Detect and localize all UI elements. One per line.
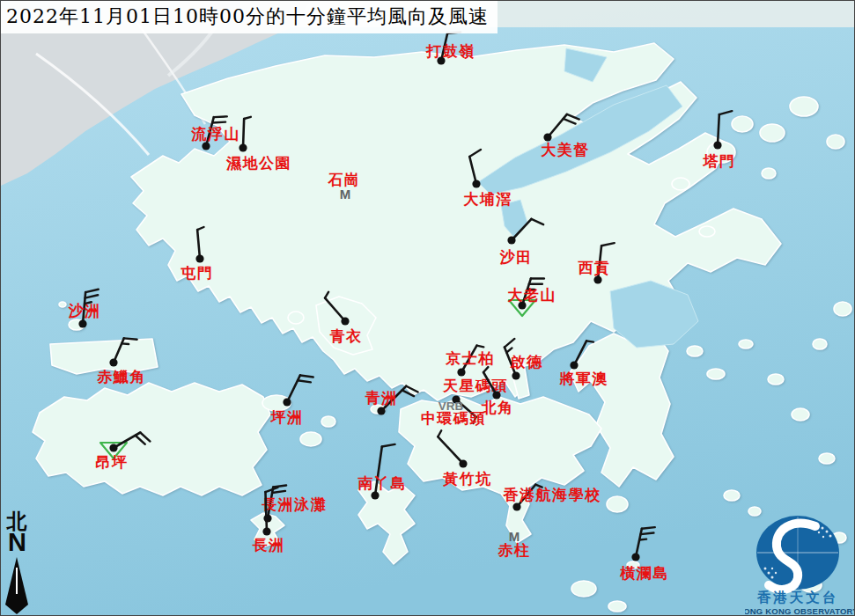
station-label: 石崗 (328, 172, 361, 188)
wind-barb-half (506, 348, 512, 352)
wind-barb-full (85, 295, 99, 297)
map-title: 2022年11月01日10時00分的十分鐘平均風向及風速 (1, 1, 498, 33)
station-label: 京士柏 (445, 350, 495, 367)
station-大老山: 大老山 (507, 279, 556, 316)
north-letter-label: N (3, 530, 31, 555)
wind-barb-staff (243, 119, 244, 148)
station-將軍澳: 將軍澳 (558, 341, 608, 387)
station-dot (459, 459, 467, 467)
wind-barb-full (601, 243, 615, 246)
wind-barb-full (298, 380, 311, 382)
station-label: 赤鱲角 (96, 369, 146, 385)
station-label: 坪洲 (270, 409, 304, 426)
weather-map: 打鼓嶺流浮山濕地公園塔門大美督M石崗大埔滘屯門沙田西貢大老山沙洲赤鱲角青衣坪洲青… (0, 0, 855, 616)
wind-barb-full (272, 491, 285, 493)
station-label: 長洲泳灘 (262, 496, 327, 513)
station-label: 大老山 (507, 287, 556, 304)
wind-barb-half (438, 430, 441, 436)
wind-barb-staff (512, 219, 532, 240)
wind-barb-full (505, 339, 514, 348)
north-arrow-icon (3, 555, 31, 615)
station-label: 北角 (481, 400, 514, 416)
wind-barb-full (642, 527, 655, 529)
station-黃竹坑: 黃竹坑 (438, 430, 491, 488)
station-dot (593, 275, 601, 283)
station-dot (262, 527, 270, 535)
wind-barb-full (300, 375, 313, 377)
wind-barb-half (244, 117, 251, 119)
station-label: 黃竹坑 (442, 470, 492, 488)
station-西貢: 西貢 (578, 243, 615, 284)
wind-barb-half (197, 227, 203, 230)
station-label: 西貢 (578, 260, 611, 276)
hko-logo-icon: 香港天文台 HONG KONG OBSERVATORY (745, 507, 855, 616)
wind-barb-full (273, 485, 286, 487)
station-label: 橫瀾島 (619, 565, 669, 582)
station-赤柱: M赤柱 (498, 529, 531, 559)
hko-logo: 香港天文台 HONG KONG OBSERVATORY (745, 507, 855, 616)
wind-barb-half (586, 341, 593, 341)
wind-barb-staff (197, 230, 200, 259)
station-dot (109, 358, 117, 366)
station-打鼓嶺: 打鼓嶺 (425, 33, 475, 65)
wind-barb-half (122, 343, 129, 344)
wind-barb-staff (287, 375, 300, 402)
station-label: 青衣 (330, 328, 363, 345)
station-label: 大埔滘 (463, 191, 512, 208)
wind-barb-full (719, 111, 732, 114)
station-流浮山: 流浮山 (190, 116, 240, 150)
wind-barb-staff (438, 436, 463, 464)
wind-barb-full (214, 116, 227, 117)
station-青衣: 青衣 (325, 292, 362, 345)
wind-barb-full (564, 119, 576, 124)
station-dot (341, 317, 349, 325)
station-label: 啟德 (510, 354, 543, 370)
wind-barb-full (402, 390, 414, 396)
station-label: 昂坪 (96, 454, 129, 471)
station-label: 長洲 (253, 537, 285, 554)
wind-barb-staff (718, 114, 719, 145)
station-dot (512, 502, 520, 510)
station-南丫島: 南丫島 (357, 444, 407, 500)
wind-barb-full (382, 444, 395, 447)
station-label: 赤柱 (498, 542, 531, 559)
wind-barb-full (567, 114, 579, 120)
station-dot (543, 133, 551, 141)
wind-barb-staff (548, 114, 567, 137)
station-香港航海學校: 香港航海學校 (503, 485, 601, 511)
station-青洲: 青洲 (365, 386, 418, 415)
station-塔門: 塔門 (703, 111, 736, 170)
station-dot (492, 391, 500, 399)
station-layer: 打鼓嶺流浮山濕地公園塔門大美督M石崗大埔滘屯門沙田西貢大老山沙洲赤鱲角青衣坪洲青… (1, 1, 855, 616)
station-label: 香港航海學校 (503, 487, 601, 503)
station-label: 流浮山 (190, 126, 240, 143)
missing-data-marker: M (340, 187, 351, 202)
station-dot (109, 444, 117, 451)
station-dot (472, 180, 480, 187)
station-昂坪: 昂坪 (96, 433, 151, 472)
wind-barb-full (532, 219, 544, 224)
station-沙洲: 沙洲 (68, 290, 101, 328)
station-dot (239, 143, 247, 151)
station-橫瀾島: 橫瀾島 (619, 527, 669, 582)
station-label: 大美督 (541, 141, 590, 158)
station-dot (283, 398, 291, 406)
station-label: 青洲 (365, 390, 398, 407)
station-label: 濕地公園 (225, 155, 291, 172)
station-坪洲: 坪洲 (270, 375, 313, 426)
station-dot (713, 141, 721, 149)
wind-barb-staff (574, 341, 586, 365)
station-京士柏: 京士柏 (445, 346, 495, 377)
station-赤鱲角: 赤鱲角 (96, 338, 146, 385)
station-dot (195, 254, 203, 262)
station-dot (457, 368, 465, 376)
station-石崗: M石崗 (328, 172, 361, 202)
logo-name-zh: 香港天文台 (756, 590, 839, 605)
station-label: 將軍澳 (558, 370, 608, 387)
north-compass: 北 N (3, 511, 31, 615)
wind-barb-full (85, 290, 99, 292)
station-dot (631, 553, 639, 561)
wind-barb-full (641, 533, 654, 535)
station-label: 塔門 (703, 153, 736, 170)
station-dot (512, 371, 520, 379)
